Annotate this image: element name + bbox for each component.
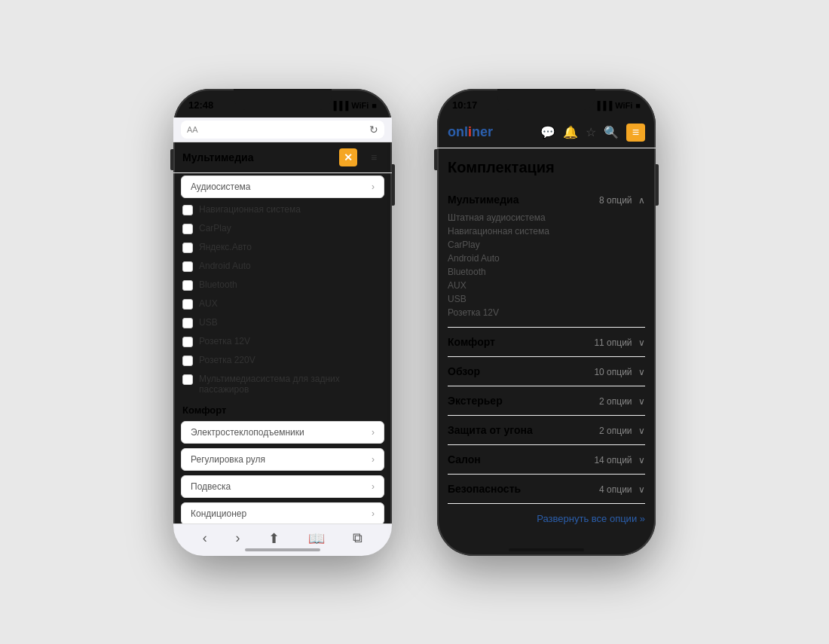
close-button[interactable]: ✕ bbox=[339, 148, 357, 166]
salon-count: 14 опций bbox=[594, 455, 632, 465]
forward-button[interactable]: › bbox=[235, 530, 240, 546]
comfort-section-title: Комфорт bbox=[173, 398, 392, 419]
section-exterior-header[interactable]: Экстерьер 2 опции ∨ bbox=[448, 394, 645, 407]
section-antitheft: Защита от угона 2 опции ∨ bbox=[448, 416, 645, 445]
checkbox-12v-label: Розетка 12V bbox=[199, 336, 250, 346]
antitheft-title: Защита от угона bbox=[448, 424, 533, 436]
checkbox-android-box[interactable] bbox=[182, 261, 193, 272]
menu-button[interactable]: ≡ bbox=[365, 148, 383, 166]
checkbox-12v-box[interactable] bbox=[182, 337, 193, 347]
wifi-icon-2: WiFi bbox=[615, 101, 632, 110]
checkbox-carplay[interactable]: CarPlay bbox=[173, 219, 392, 238]
signal-icon: ▐▐▐ bbox=[331, 101, 348, 110]
obzor-chevron: ∨ bbox=[638, 367, 645, 377]
section-multimedia: Мультимедиа 8 опций ∧ Штатная аудиосисте… bbox=[448, 185, 645, 328]
url-bar[interactable]: AA ↻ bbox=[181, 121, 384, 139]
multimedia-title: Мультимедиа bbox=[448, 194, 519, 206]
checkbox-220v-box[interactable] bbox=[182, 356, 193, 366]
obzor-count-area: 10 опций ∨ bbox=[594, 365, 645, 378]
windows-label: Электростеклоподъемники bbox=[191, 427, 304, 438]
expand-all-label: Развернуть все опции » bbox=[537, 513, 645, 524]
checkbox-bluetooth-box[interactable] bbox=[182, 280, 193, 291]
section-obzor-header[interactable]: Обзор 10 опций ∨ bbox=[448, 365, 645, 378]
item-carplay: CarPlay bbox=[448, 238, 645, 252]
checkbox-multimedia-box[interactable] bbox=[182, 374, 193, 385]
chat-icon[interactable]: 💬 bbox=[540, 125, 555, 139]
star-icon[interactable]: ☆ bbox=[586, 125, 596, 139]
exterior-count-area: 2 опции ∨ bbox=[599, 394, 645, 407]
checkbox-multimedia-label: Мультимедиасистема для задних пассажиров bbox=[199, 374, 383, 395]
checkbox-usb[interactable]: USB bbox=[173, 313, 392, 332]
chevron-icon: › bbox=[372, 182, 375, 192]
checkbox-aux[interactable]: AUX bbox=[173, 295, 392, 313]
comfort-title: Комфорт bbox=[448, 336, 495, 348]
checkbox-bluetooth[interactable]: Bluetooth bbox=[173, 276, 392, 295]
suspension-label: Подвеска bbox=[191, 481, 231, 492]
safety-chevron: ∨ bbox=[638, 484, 645, 495]
scene: 12:48 ▐▐▐ WiFi ■ AA ↻ Мультимедиа bbox=[0, 0, 829, 644]
salon-count-area: 14 опций ∨ bbox=[594, 453, 645, 466]
checkbox-yandex-box[interactable] bbox=[182, 243, 193, 253]
onliner-logo[interactable]: onliner bbox=[448, 124, 493, 140]
antitheft-count-area: 2 опции ∨ bbox=[599, 423, 645, 437]
audio-dropdown[interactable]: Аудиосистема › bbox=[181, 175, 384, 198]
audio-label: Аудиосистема bbox=[191, 182, 251, 192]
section-multimedia-header[interactable]: Мультимедиа 8 опций ∧ bbox=[448, 193, 645, 206]
checkbox-220v[interactable]: Розетка 220V bbox=[173, 351, 392, 370]
item-usb: USB bbox=[448, 292, 645, 306]
section-safety: Безопасность 4 опции ∨ bbox=[448, 475, 645, 504]
ac-dropdown[interactable]: Кондиционер › bbox=[181, 502, 384, 523]
url-text: AA bbox=[187, 125, 198, 134]
bell-icon[interactable]: 🔔 bbox=[563, 125, 578, 139]
chevron-windows: › bbox=[372, 427, 375, 438]
checkbox-nav[interactable]: Навигационная система bbox=[173, 200, 392, 219]
chevron-steering: › bbox=[372, 454, 375, 465]
exterior-chevron: ∨ bbox=[638, 396, 645, 407]
checkbox-12v[interactable]: Розетка 12V bbox=[173, 332, 392, 351]
tabs-button[interactable]: ⧉ bbox=[353, 530, 362, 546]
hamburger-menu[interactable]: ≡ bbox=[626, 124, 645, 142]
checkbox-usb-box[interactable] bbox=[182, 318, 193, 328]
section-salon-header[interactable]: Салон 14 опций ∨ bbox=[448, 453, 645, 466]
item-android: Android Auto bbox=[448, 252, 645, 265]
bookmarks-button[interactable]: 📖 bbox=[308, 530, 325, 547]
checkbox-multimedia[interactable]: Мультимедиасистема для задних пассажиров bbox=[173, 370, 392, 398]
multimedia-count: 8 опций bbox=[599, 195, 632, 206]
section-antitheft-header[interactable]: Защита от угона 2 опции ∨ bbox=[448, 423, 645, 437]
item-aux: AUX bbox=[448, 279, 645, 292]
safety-count-area: 4 опции ∨ bbox=[599, 482, 645, 496]
checkbox-bluetooth-label: Bluetooth bbox=[199, 279, 237, 290]
section-comfort-header[interactable]: Комфорт 11 опций ∨ bbox=[448, 335, 645, 349]
checkbox-android-label: Android Auto bbox=[199, 261, 251, 271]
checkbox-carplay-box[interactable] bbox=[182, 224, 193, 234]
page-title: Комплектация bbox=[448, 159, 645, 176]
chevron-ac: › bbox=[372, 508, 375, 519]
share-button[interactable]: ⬆ bbox=[268, 530, 280, 547]
exterior-count: 2 опции bbox=[599, 396, 632, 407]
back-button[interactable]: ‹ bbox=[203, 530, 207, 546]
checkbox-nav-label: Навигационная система bbox=[199, 204, 301, 215]
checkbox-aux-box[interactable] bbox=[182, 299, 193, 310]
expand-all-button[interactable]: Развернуть все опции » bbox=[448, 504, 645, 533]
checkbox-nav-box[interactable] bbox=[182, 205, 193, 215]
checkbox-yandex[interactable]: Яндекс.Авто bbox=[173, 238, 392, 257]
section-safety-header[interactable]: Безопасность 4 опции ∨ bbox=[448, 482, 645, 496]
header-icons: 💬 🔔 ☆ 🔍 ≡ bbox=[540, 124, 645, 142]
status-icons-2: ▐▐▐ WiFi ■ bbox=[595, 101, 641, 110]
onliner-header: onliner 💬 🔔 ☆ 🔍 ≡ bbox=[437, 118, 656, 148]
checkbox-android[interactable]: Android Auto bbox=[173, 257, 392, 276]
salon-title: Салон bbox=[448, 453, 481, 465]
filter-header: Мультимедиа ✕ ≡ bbox=[173, 142, 392, 173]
comfort-chevron: ∨ bbox=[638, 337, 645, 348]
safety-title: Безопасность bbox=[448, 483, 521, 495]
section-salon: Салон 14 опций ∨ bbox=[448, 445, 645, 475]
suspension-dropdown[interactable]: Подвеска › bbox=[181, 475, 384, 498]
checkbox-yandex-label: Яндекс.Авто bbox=[199, 242, 252, 252]
search-icon[interactable]: 🔍 bbox=[604, 125, 619, 139]
section-exterior: Экстерьер 2 опции ∨ bbox=[448, 386, 645, 416]
obzor-title: Обзор bbox=[448, 365, 480, 377]
windows-dropdown[interactable]: Электростеклоподъемники › bbox=[181, 421, 384, 444]
home-indicator-1 bbox=[245, 548, 320, 551]
refresh-icon[interactable]: ↻ bbox=[369, 124, 378, 136]
steering-dropdown[interactable]: Регулировка руля › bbox=[181, 448, 384, 471]
